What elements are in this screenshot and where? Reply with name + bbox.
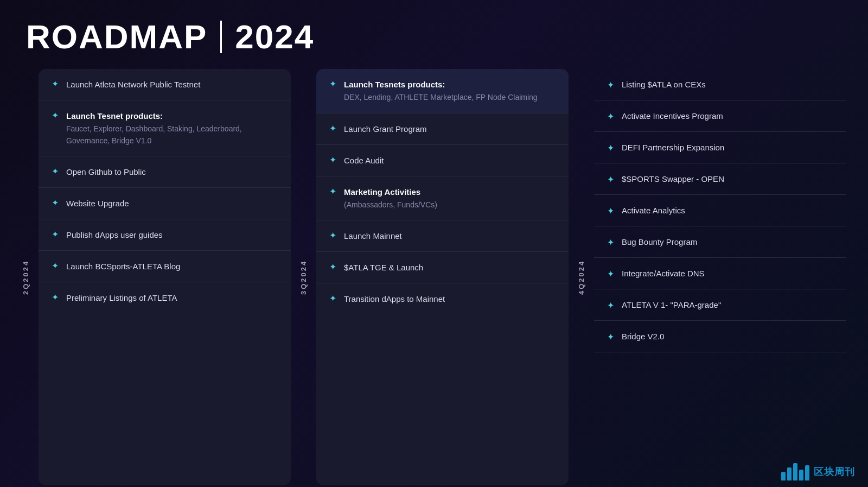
item-text: Website Upgrade [66,198,129,209]
list-item: ✦Bridge V2.0 [594,321,846,352]
list-item: ✦ATLETA V 1- "PARA-grade" [594,289,846,321]
list-item: ✦Website Upgrade [39,188,291,219]
item-icon: ✦ [607,81,614,90]
list-item: ✦Activate Incentives Program [594,100,846,132]
card-2q2024: ✦Launch Atleta Network Public Testnet✦La… [39,69,291,485]
header-divider [220,21,222,53]
columns-container: 2Q2024 ✦Launch Atleta Network Public Tes… [0,69,868,485]
item-icon: ✦ [329,80,336,88]
quarter-label-2q: 2Q2024 [17,69,34,485]
list-item: ✦Transition dApps to Mainnet [316,283,569,314]
quarter-label-4q: 4Q2024 [573,69,590,485]
item-text: $SPORTS Swapper - OPEN [622,173,724,185]
item-icon: ✦ [329,231,336,240]
quarter-label-3q: 3Q2024 [295,69,312,485]
item-icon: ✦ [52,262,59,270]
item-icon: ✦ [607,207,614,216]
item-icon: ✦ [52,167,59,176]
year-label: 2024 [235,17,314,56]
item-icon: ✦ [607,175,614,184]
item-icon: ✦ [607,270,614,279]
item-text: Marketing Activities(Ambassadors, Funds/… [344,186,437,211]
list-item: ✦Publish dApps user guides [39,219,291,251]
item-text: Activate Analytics [622,205,685,216]
item-icon: ✦ [329,263,336,271]
list-item: ✦Launch Tesnets products:DEX, Lending, A… [316,69,569,113]
item-icon: ✦ [329,156,336,165]
item-text: Launch BCSports-ATLETA Blog [66,261,180,272]
watermark-bar [799,470,803,480]
item-text: Transition dApps to Mainnet [344,293,445,305]
page-header: ROADMAP 2024 [0,0,868,69]
list-item: ✦$ATLA TGE & Launch [316,252,569,283]
item-text: Activate Incentives Program [622,110,723,122]
list-item: ✦Marketing Activities(Ambassadors, Funds… [316,176,569,221]
watermark-bar [781,472,786,480]
watermark-text: 区块周刊 [814,465,855,478]
item-text: Launch Atleta Network Public Testnet [66,79,200,90]
item-text: DEFI Partnership Expansion [622,142,724,153]
card-3q2024: ✦Launch Tesnets products:DEX, Lending, A… [316,69,569,485]
item-icon: ✦ [607,112,614,121]
list-item: ✦Launch Mainnet [316,220,569,252]
list-item: ✦Code Audit [316,145,569,176]
watermark-bar [793,463,797,480]
list-item: ✦Bug Bounty Program [594,226,846,258]
column-4q2024: 4Q2024 ✦Listing $ATLA on CEXs✦Activate I… [573,69,851,485]
list-item: ✦DEFI Partnership Expansion [594,132,846,163]
item-text: Code Audit [344,155,384,166]
item-text: ATLETA V 1- "PARA-grade" [622,299,721,311]
list-item: ✦Integrate/Activate DNS [594,258,846,289]
item-icon: ✦ [52,293,59,302]
item-text: Bug Bounty Program [622,236,697,248]
item-icon: ✦ [607,333,614,341]
item-icon: ✦ [329,187,336,196]
item-icon: ✦ [607,301,614,310]
item-icon: ✦ [52,80,59,88]
roadmap-label: ROADMAP [26,17,207,56]
item-icon: ✦ [52,199,59,207]
page-root: ROADMAP 2024 2Q2024 ✦Launch Atleta Netwo… [0,0,868,485]
item-text: Launch Tesnets products:DEX, Lending, AT… [344,79,538,103]
item-icon: ✦ [52,230,59,239]
watermark-bar [805,465,809,480]
watermark-bar [787,467,792,480]
item-text: Launch Grant Program [344,123,427,135]
item-text: Listing $ATLA on CEXs [622,79,706,90]
item-icon: ✦ [607,144,614,153]
item-icon: ✦ [52,111,59,120]
item-text: Integrate/Activate DNS [622,268,705,279]
list-item: ✦Open Github to Public [39,156,291,188]
item-icon: ✦ [607,238,614,247]
column-3q2024: 3Q2024 ✦Launch Tesnets products:DEX, Len… [295,69,573,485]
list-item: ✦Launch Atleta Network Public Testnet [39,69,291,100]
watermark-bars [781,463,809,480]
item-text: $ATLA TGE & Launch [344,262,423,273]
list-item: ✦Launch Grant Program [316,113,569,145]
list-item: ✦$SPORTS Swapper - OPEN [594,163,846,195]
item-text: Launch Mainnet [344,230,402,242]
item-text: Publish dApps user guides [66,229,163,241]
item-text: Preliminary Listings of ATLETA [66,292,177,303]
item-text: Launch Tesnet products:Faucet, Explorer,… [66,110,278,146]
list-item: ✦Activate Analytics [594,195,846,226]
item-icon: ✦ [329,294,336,303]
item-icon: ✦ [329,124,336,133]
list-item: ✦Launch Tesnet products:Faucet, Explorer… [39,100,291,156]
item-text: Open Github to Public [66,166,146,178]
item-text: Bridge V2.0 [622,331,664,342]
list-item: ✦Launch BCSports-ATLETA Blog [39,251,291,282]
list-item: ✦Preliminary Listings of ATLETA [39,282,291,313]
watermark: 区块周刊 [781,463,855,480]
list-4q2024: ✦Listing $ATLA on CEXs✦Activate Incentiv… [594,69,846,485]
column-2q2024: 2Q2024 ✦Launch Atleta Network Public Tes… [17,69,295,485]
list-item: ✦Listing $ATLA on CEXs [594,69,846,100]
